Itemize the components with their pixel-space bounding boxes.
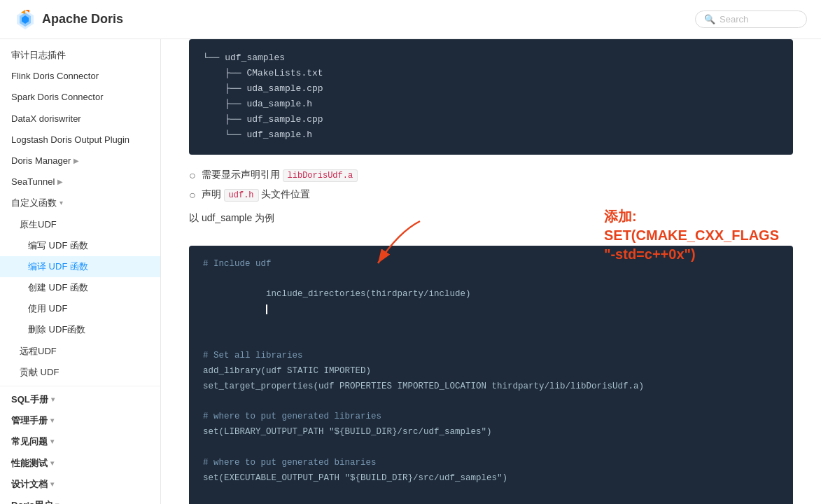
code-wrapper: 添加: SET(CMAKE_CXX_FLAGS "-std=c++0x") <box>189 246 793 504</box>
code-line-0: # Include udf <box>203 257 779 272</box>
arrow-icon-perf: ▾ <box>50 458 54 468</box>
code-line-9 <box>203 440 779 456</box>
sidebar-label-spark: Spark Doris Connector <box>11 91 104 104</box>
sidebar-item-audit-log[interactable]: 审计日志插件 <box>0 45 160 66</box>
code-line-2 <box>203 333 779 349</box>
sidebar-label-compile-udf: 编译 UDF 函数 <box>28 260 88 273</box>
search-icon: 🔍 <box>704 14 715 24</box>
cursor <box>266 304 267 314</box>
sidebar-item-use-udf[interactable]: 使用 UDF <box>0 298 160 319</box>
bullet-1-code: udf.h <box>224 189 259 202</box>
sidebar-item-datax[interactable]: DataX doriswriter <box>0 108 160 130</box>
file-tree-line-2: ├── uda_sample.cpp <box>203 81 779 97</box>
sidebar-item-native-udf[interactable]: 原生UDF <box>0 214 160 235</box>
code-line-13: add_library(udfsample SHARED udf_sample.… <box>203 502 779 504</box>
file-tree-line-0: └── udf_samples <box>203 50 779 66</box>
sidebar-label-use-udf: 使用 UDF <box>28 302 67 315</box>
bullet-1-before: 声明 <box>202 188 224 200</box>
search-box[interactable]: 🔍 Search <box>695 10 807 28</box>
sidebar-item-flink-connector[interactable]: Flink Doris Connector <box>0 66 160 87</box>
sidebar-item-compile-udf[interactable]: 编译 UDF 函数 <box>0 256 160 277</box>
arrow-icon-faq: ▾ <box>50 437 54 447</box>
sidebar-item-spark-connector[interactable]: Spark Doris Connector <box>0 87 160 108</box>
file-tree-line-5: └── udf_sample.h <box>203 127 779 143</box>
sidebar-label-contribute-udf: 贡献 UDF <box>20 366 59 379</box>
header: Apache Doris 🔍 Search <box>0 0 821 39</box>
bullet-item-1: ○ 声明 udf.h 头文件位置 <box>189 188 793 201</box>
arrow-icon-users: ▾ <box>55 500 59 504</box>
sidebar-item-admin-manual[interactable]: 管理手册 ▾ <box>0 410 160 431</box>
code-line-1: include_directories(thirdparty/include) <box>203 272 779 333</box>
sidebar-item-create-udf[interactable]: 创建 UDF 函数 <box>0 277 160 298</box>
content-area: └── udf_samples ├── CMakeLists.txt ├── u… <box>161 39 821 504</box>
sidebar-item-delete-udf[interactable]: 删除 UDF函数 <box>0 319 160 340</box>
arrow-icon-sql: ▾ <box>51 395 55 405</box>
example-section: 以 udf_sample 为例 添加: SET(CMAKE_CXX_FLAGS … <box>189 212 793 504</box>
bullet-1-after: 头文件位置 <box>259 188 311 200</box>
bullet-dot-0: ○ <box>189 170 196 181</box>
logo-area: Apache Doris <box>14 8 123 31</box>
bullet-0-code: libDorisUdf.a <box>283 169 358 182</box>
code-line-5: set_target_properties(udf PROPERTIES IMP… <box>203 379 779 395</box>
code-line-7: # where to put generated libraries <box>203 410 779 425</box>
sidebar-label-doris-manager: Doris Manager <box>11 155 71 167</box>
file-tree-line-3: ├── uda_sample.h <box>203 97 779 112</box>
sidebar-label-datax: DataX doriswriter <box>11 113 81 125</box>
bullet-list: ○ 需要显示声明引用 libDorisUdf.a ○ 声明 udf.h 头文件位… <box>189 169 793 201</box>
file-tree-line-1: ├── CMakeLists.txt <box>203 66 779 81</box>
sidebar-item-seatunnel[interactable]: SeaTunnel ▶ <box>0 172 160 192</box>
code-line-4: add_library(udf STATIC IMPORTED) <box>203 364 779 379</box>
arrow-icon-custom-func: ▾ <box>59 198 63 208</box>
code-line-12 <box>203 486 779 502</box>
sidebar-label-admin-manual: 管理手册 <box>11 414 48 427</box>
sidebar-item-write-udf[interactable]: 编写 UDF 函数 <box>0 235 160 256</box>
example-label: 以 udf_sample 为例 <box>189 212 793 225</box>
sidebar-label-audit-log: 审计日志插件 <box>11 49 66 62</box>
main-code-block: # Include udf include_directories(thirdp… <box>189 246 793 504</box>
sidebar-label-remote-udf: 远程UDF <box>20 345 57 358</box>
arrow-icon-admin: ▾ <box>50 416 54 426</box>
code-line-6 <box>203 394 779 410</box>
arrow-icon-design: ▾ <box>50 479 54 489</box>
sidebar-item-custom-func[interactable]: 自定义函数 ▾ <box>0 192 160 214</box>
sidebar-label-delete-udf: 删除 UDF函数 <box>28 323 85 336</box>
sidebar-label-seatunnel: SeaTunnel <box>11 176 55 188</box>
sidebar-label-write-udf: 编写 UDF 函数 <box>28 239 88 252</box>
code-line-10: # where to put generated binaries <box>203 456 779 471</box>
sidebar-item-doris-users[interactable]: Doris用户 ▾ <box>0 495 160 504</box>
code-text-1: include_directories(thirdparty/include) <box>266 289 471 299</box>
arrow-icon-doris-manager: ▶ <box>73 156 79 166</box>
sidebar-label-doris-users: Doris用户 <box>11 499 52 504</box>
bullet-text-1: 声明 udf.h 头文件位置 <box>202 188 311 201</box>
file-tree-code-block: └── udf_samples ├── CMakeLists.txt ├── u… <box>189 39 793 155</box>
file-tree-line-4: ├── udf_sample.cpp <box>203 112 779 127</box>
sidebar-item-design-docs[interactable]: 设计文档 ▾ <box>0 474 160 495</box>
sidebar-item-sql-manual[interactable]: SQL手册 ▾ <box>0 389 160 410</box>
apache-doris-logo-icon <box>14 8 36 31</box>
bullet-text-0: 需要显示声明引用 libDorisUdf.a <box>202 169 358 181</box>
sidebar-label-custom-func: 自定义函数 <box>11 197 57 209</box>
site-title: Apache Doris <box>42 12 123 27</box>
sidebar-item-contribute-udf[interactable]: 贡献 UDF <box>0 362 160 383</box>
code-line-3: # Set all libraries <box>203 349 779 364</box>
sidebar-label-design: 设计文档 <box>11 478 48 491</box>
arrow-icon-seatunnel: ▶ <box>57 177 63 187</box>
sidebar-divider-1 <box>0 386 160 386</box>
sidebar-item-remote-udf[interactable]: 远程UDF <box>0 341 160 362</box>
sidebar-item-doris-manager[interactable]: Doris Manager ▶ <box>0 150 160 172</box>
code-line-8: set(LIBRARY_OUTPUT_PATH "${BUILD_DIR}/sr… <box>203 425 779 440</box>
sidebar-label-faq: 常见问题 <box>11 435 48 448</box>
sidebar-label-create-udf: 创建 UDF 函数 <box>28 281 88 294</box>
search-placeholder: Search <box>720 14 748 24</box>
bullet-item-0: ○ 需要显示声明引用 libDorisUdf.a <box>189 169 793 181</box>
sidebar-label-native-udf: 原生UDF <box>20 218 57 231</box>
sidebar-item-perf-test[interactable]: 性能测试 ▾ <box>0 453 160 474</box>
sidebar-label-perf: 性能测试 <box>11 457 48 470</box>
bullet-0-before: 需要显示声明引用 <box>202 169 283 180</box>
sidebar-label-flink: Flink Doris Connector <box>11 70 99 83</box>
sidebar-item-faq[interactable]: 常见问题 ▾ <box>0 431 160 452</box>
sidebar-item-logstash[interactable]: Logstash Doris Output Plugin <box>0 130 160 150</box>
annotation-line2: SET(CMAKE_CXX_FLAGS <box>604 226 779 245</box>
bullet-dot-1: ○ <box>189 190 196 201</box>
sidebar-label-logstash: Logstash Doris Output Plugin <box>11 134 129 146</box>
